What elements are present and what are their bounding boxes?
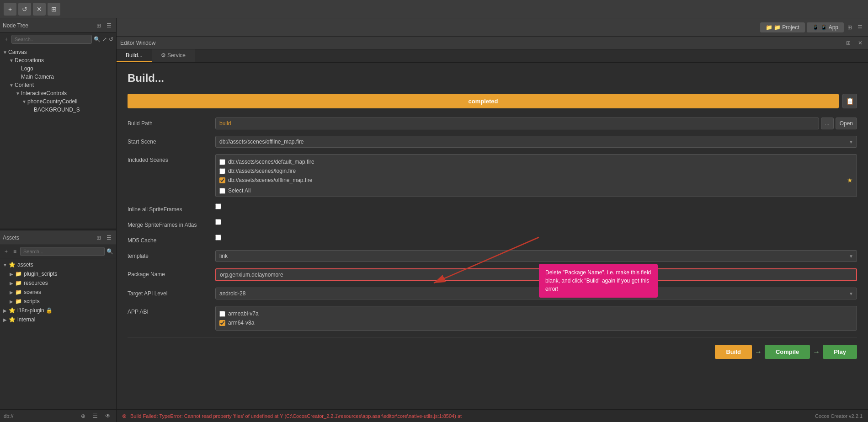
assets-search-input[interactable] [20, 247, 105, 256]
select-all-checkbox[interactable] [219, 188, 225, 194]
editor-win-close[interactable]: ✕ [856, 39, 864, 47]
asset-item-assets[interactable]: ▼ ⭐ assets [0, 260, 116, 269]
abi-checkbox-v8a[interactable] [219, 320, 225, 326]
scene-label-login: db://assets/scenes/login.fire [228, 168, 296, 174]
build-title: Build... [128, 72, 857, 85]
assets-expand-btn[interactable]: ⊞ [95, 234, 103, 242]
start-scene-select-wrap: db://assets/scenes/offline_map.fire ▼ [215, 136, 857, 148]
close-button[interactable]: ✕ [33, 3, 46, 16]
grid-button[interactable]: ⊞ [48, 3, 60, 16]
status-btn1[interactable]: ⊕ [79, 412, 87, 420]
scene-item-offline: db://assets/scenes/offline_map.fire [219, 176, 313, 185]
abi-checkbox-v7a[interactable] [219, 311, 225, 317]
asset-item-resources[interactable]: ▶ 📁 resources [0, 278, 116, 288]
asset-item-i18n[interactable]: ▶ ⭐ i18n-plugin 🔒 [0, 306, 116, 315]
build-button[interactable]: Build [715, 345, 752, 359]
tree-item-phone-country[interactable]: ▼ phoneCountryCodeli [0, 97, 116, 106]
error-icon: ⊗ [122, 413, 127, 419]
asset-tree-area: ▼ ⭐ assets ▶ 📁 plugin_scripts ▶ 📁 resour… [0, 258, 116, 409]
merge-spriteframes-checkbox[interactable] [215, 219, 221, 225]
inline-spriteframes-control [215, 203, 857, 209]
form-row-build-path: Build Path ... Open [128, 118, 857, 129]
form-row-start-scene: Start Scene db://assets/scenes/offline_m… [128, 136, 857, 148]
app-abi-label: APP ABI [128, 306, 210, 315]
scenes-label: scenes [24, 289, 41, 295]
main-camera-arrow [15, 74, 21, 80]
node-tree-add-btn[interactable]: + [3, 35, 10, 43]
node-tree-search-input[interactable] [11, 35, 92, 44]
play-button[interactable]: Play [823, 345, 857, 359]
node-tree-menu-btn[interactable]: ☰ [105, 21, 113, 30]
node-tree-header: Node Tree ⊞ ☰ [0, 18, 116, 33]
form-row-app-abi: APP ABI armeabi-v7a arm64-v8a [128, 306, 857, 331]
tree-item-logo[interactable]: Logo [0, 64, 116, 73]
md5-cache-checkbox[interactable] [215, 235, 221, 240]
logo-label: Logo [21, 65, 33, 72]
scene-checkbox-offline[interactable] [219, 177, 225, 183]
node-tree-expand2-btn[interactable]: ⤢ [102, 36, 107, 43]
scene-row-default: db://assets/scenes/default_map.fire [219, 157, 853, 166]
refresh-button[interactable]: ↺ [18, 3, 31, 16]
app-tab-icon: 📱 [812, 24, 819, 31]
build-path-open-btn[interactable]: Open [836, 118, 857, 129]
build-path-input[interactable] [215, 118, 819, 129]
asset-item-scenes[interactable]: ▶ 📁 scenes [0, 288, 116, 297]
target-api-select[interactable]: android-28 [215, 288, 857, 299]
status-btn3[interactable]: 👁 [103, 412, 112, 420]
assets-root-arrow: ▼ [2, 262, 8, 268]
status-bar-left: db:// ⊕ ☰ 👁 [0, 409, 116, 422]
assets-sort-btn[interactable]: ≡ [11, 247, 18, 256]
assets-menu-btn[interactable]: ☰ [105, 234, 113, 242]
right-area: 📁 📁 Project 📱 📱 App ⊞ ☰ Editor Window ⊞ … [117, 18, 868, 422]
tab-service[interactable]: ⚙ Service [152, 49, 195, 62]
right-panel-expand[interactable]: ⊞ [846, 23, 854, 32]
internal-icon: ⭐ [8, 316, 16, 323]
asset-item-internal[interactable]: ▶ ⭐ internal [0, 315, 116, 324]
included-scenes-control: db://assets/scenes/default_map.fire db:/… [215, 154, 857, 197]
scripts-arrow: ▶ [8, 298, 15, 304]
node-tree-expand-btn[interactable]: ⊞ [95, 21, 103, 30]
assets-search-btn[interactable]: 🔍 [107, 248, 113, 255]
tree-item-main-camera[interactable]: Main Camera [0, 73, 116, 81]
progress-copy-btn[interactable]: 📋 [842, 94, 857, 108]
tree-item-background[interactable]: BACKGROUND_S [0, 106, 116, 114]
add-button[interactable]: + [4, 3, 16, 16]
start-scene-label: Start Scene [128, 136, 210, 145]
scene-checkbox-login[interactable] [219, 168, 225, 174]
tab-project-btn[interactable]: 📁 📁 Project [760, 22, 805, 32]
md5-cache-label: MD5 Cache [128, 235, 210, 244]
node-tree-search-row: + 🔍 ⤢ ↺ [0, 33, 116, 46]
editor-window: Editor Window ⊞ ✕ Build... ⚙ Service Bui… [117, 37, 868, 409]
tree-item-content[interactable]: ▼ Content [0, 81, 116, 89]
left-panel: Node Tree ⊞ ☰ + 🔍 ⤢ ↺ ▼ Canvas ▼ Decorat… [0, 18, 117, 422]
app-tab-label: 📱 App [820, 24, 838, 31]
compile-to-play-arrow: → [813, 348, 820, 356]
form-row-inline-spriteframes: Inline all SpriteFrames [128, 203, 857, 213]
editor-win-expand[interactable]: ⊞ [844, 39, 852, 47]
tab-build[interactable]: Build... [117, 49, 152, 62]
inline-spriteframes-checkbox[interactable] [215, 203, 221, 209]
tree-item-interactive-controls[interactable]: ▼ InteractiveControls [0, 89, 116, 97]
abi-label-v7a: armeabi-v7a [228, 310, 259, 317]
tree-item-canvas[interactable]: ▼ Canvas [0, 48, 116, 56]
node-tree-refresh-btn[interactable]: ↺ [109, 36, 113, 43]
background-label: BACKGROUND_S [34, 107, 80, 113]
compile-button[interactable]: Compile [765, 345, 810, 359]
node-tree-search-btn[interactable]: 🔍 [94, 36, 101, 43]
right-panel-menu[interactable]: ☰ [856, 23, 864, 32]
scene-checkbox-default[interactable] [219, 159, 225, 165]
tree-item-decorations[interactable]: ▼ Decorations [0, 56, 116, 64]
build-path-dots-btn[interactable]: ... [821, 118, 834, 129]
asset-item-scripts[interactable]: ▶ 📁 scripts [0, 297, 116, 306]
start-scene-select[interactable]: db://assets/scenes/offline_map.fire [215, 136, 857, 148]
asset-item-plugin-scripts[interactable]: ▶ 📁 plugin_scripts [0, 269, 116, 278]
tab-app-btn[interactable]: 📱 📱 App [807, 22, 844, 32]
assets-add-btn[interactable]: + [3, 247, 10, 256]
merge-spriteframes-checkbox-wrap [215, 219, 857, 225]
status-btn2[interactable]: ☰ [91, 412, 100, 420]
error-text: Build Failed: TypeError: Cannot read pro… [130, 413, 462, 419]
package-name-label: Package Name [128, 268, 210, 278]
included-scenes-list: db://assets/scenes/default_map.fire db:/… [215, 154, 857, 197]
build-actions: Build → Compile → Play [128, 337, 857, 363]
editor-titlebar: Editor Window ⊞ ✕ [117, 37, 868, 49]
